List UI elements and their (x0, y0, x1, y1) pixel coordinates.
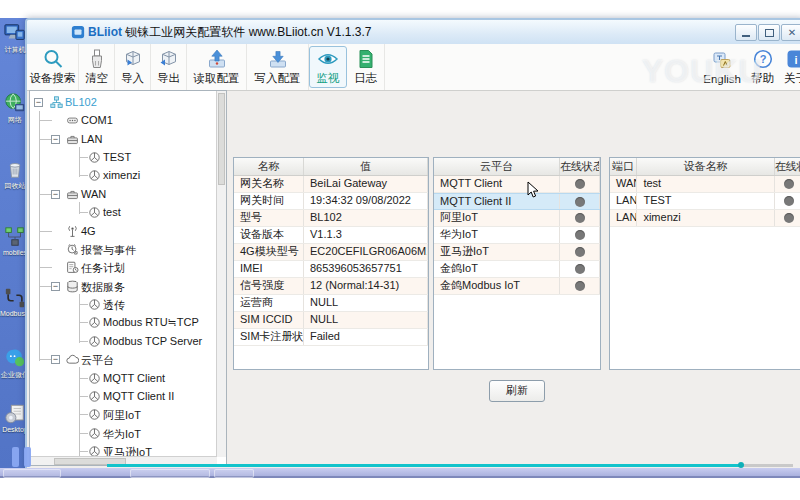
toolbar-button-import[interactable]: 导入 (115, 44, 151, 90)
tree-item-com1[interactable]: COM1 (30, 112, 216, 130)
video-progress-played[interactable] (107, 464, 742, 467)
taskbar-button[interactable] (214, 469, 254, 478)
tree-item--[interactable]: 报警与事件 (30, 241, 216, 259)
table-row[interactable]: 金鸽IoT (434, 261, 600, 278)
cell-name: 型号 (234, 210, 304, 226)
toolbar-button-log[interactable]: 日志 (347, 44, 385, 90)
title-bar[interactable]: BLiiot 钡铼工业网关配置软件 www.BLiiot.cn V1.1.3.7… (27, 20, 800, 45)
toolbar-button-device-search[interactable]: 设备搜索 (27, 44, 79, 90)
tree-item-test[interactable]: test (30, 204, 216, 222)
toolbar-button-about[interactable]: i关于 (779, 44, 800, 90)
column-header[interactable]: 端口 (610, 158, 637, 175)
cloud-platform-table: 云平台在线状态MQTT ClientMQTT Client II阿里IoT华为I… (433, 157, 601, 370)
tree-item--iot[interactable]: 华为IoT (30, 425, 216, 443)
search-icon (42, 48, 64, 70)
taskbar-button[interactable] (130, 469, 210, 478)
tree-item-4g[interactable]: 4G (30, 223, 216, 241)
tree-item--iot[interactable]: 阿里IoT (30, 406, 216, 424)
node-icon (88, 316, 101, 329)
tree-item-ximenzi[interactable]: ximenzi (30, 167, 216, 185)
task-icon (66, 261, 79, 274)
toolbar-button-export[interactable]: 导出 (151, 44, 187, 90)
tree-item-modbus-rtu-tcp[interactable]: Modbus RTU≒TCP (30, 314, 216, 332)
tree-connector (39, 231, 52, 232)
table-row[interactable]: 运营商NULL (234, 295, 428, 312)
refresh-button[interactable]: 刷新 (489, 380, 545, 402)
app-icon (71, 25, 85, 39)
table-row[interactable]: 华为IoT (434, 227, 600, 244)
mouse-cursor (527, 181, 541, 202)
cell-online-status (560, 210, 600, 226)
toolbar-button-label: 日志 (354, 71, 377, 86)
column-header[interactable]: 在线状态 (560, 158, 600, 175)
column-header[interactable]: 在线状态 (775, 158, 800, 175)
table-row[interactable]: MQTT Client II (434, 193, 600, 210)
tree-item-label: 数据服务 (81, 280, 125, 295)
cell-name: 信号强度 (234, 278, 304, 294)
table-row[interactable]: 网关名称BeiLai Gateway (234, 176, 428, 193)
tree-item-label: WAN (81, 188, 106, 200)
tree-item--[interactable]: −数据服务 (30, 278, 216, 296)
video-pause-button[interactable] (12, 447, 31, 467)
tree-item-mqtt-client[interactable]: MQTT Client (30, 370, 216, 388)
cell-value: BeiLai Gateway (304, 176, 428, 192)
tree-item--[interactable]: 透传 (30, 296, 216, 314)
tree-expander-icon[interactable]: − (51, 190, 60, 199)
toolbar-button-read-config[interactable]: 读取配置 (187, 44, 247, 90)
about-icon: i (785, 48, 800, 70)
tree-item-bl102[interactable]: −BL102 (30, 94, 216, 112)
case-icon (66, 188, 79, 201)
column-header[interactable]: 值 (304, 158, 428, 175)
close-button[interactable]: ✕ (781, 24, 800, 41)
tree-expander-icon[interactable]: − (34, 98, 43, 107)
table-row[interactable]: LANximenzi (610, 210, 800, 227)
tree-item--[interactable]: −云平台 (30, 351, 216, 369)
node-icon (88, 372, 101, 385)
table-row[interactable]: 阿里IoT (434, 210, 600, 227)
tree-item-label: BL102 (65, 96, 97, 108)
tree-item-label: Modbus TCP Server (103, 335, 202, 347)
tree-item-test[interactable]: TEST (30, 149, 216, 167)
table-row[interactable]: 亚马逊IoT (434, 244, 600, 261)
maximize-button[interactable] (758, 24, 780, 41)
table-row[interactable]: 金鸽Modbus IoT (434, 278, 600, 295)
table-row[interactable]: 4G模块型号EC20CEFILGR06A06M1G (234, 244, 428, 261)
tree-item-wan[interactable]: −WAN (30, 186, 216, 204)
table-row[interactable]: 设备版本V1.1.3 (234, 227, 428, 244)
table-row[interactable]: SIM ICCIDNULL (234, 312, 428, 329)
toolbar-button-monitor[interactable]: 监视 (309, 46, 347, 88)
table-row[interactable]: SIM卡注册状态Failed (234, 329, 428, 346)
table-row[interactable]: 网关时间19:34:32 09/08/2022 (234, 193, 428, 210)
tree-expander-icon[interactable]: − (51, 282, 60, 291)
minimize-button[interactable] (735, 24, 757, 41)
tree-item-mqtt-client-ii[interactable]: MQTT Client II (30, 388, 216, 406)
cell-online-status (560, 194, 600, 209)
cell-name: SIM ICCID (234, 312, 304, 328)
toolbar-button-clear[interactable]: 清空 (79, 44, 115, 90)
video-progress-remaining[interactable] (742, 464, 793, 467)
table-row[interactable]: LANTEST (610, 193, 800, 210)
table-row[interactable]: MQTT Client (434, 176, 600, 193)
tree-item--[interactable]: 任务计划 (30, 259, 216, 277)
tree-item-modbus-tcp-server[interactable]: Modbus TCP Server (30, 333, 216, 351)
column-header[interactable]: 设备名称 (637, 158, 774, 175)
table-row[interactable]: IMEI865396053657751 (234, 261, 428, 278)
table-row[interactable]: WANtest (610, 176, 800, 193)
tree-expander-icon[interactable]: − (51, 135, 60, 144)
desktop-icon-my-computer[interactable]: 计算机 (0, 22, 30, 55)
table-row[interactable]: 型号BL102 (234, 210, 428, 227)
tree-expander-icon[interactable]: − (51, 355, 60, 364)
toolbar-button-write-config[interactable]: 写入配置 (247, 44, 309, 90)
node-icon (88, 206, 101, 219)
tree-vertical-scrollbar[interactable] (216, 91, 226, 457)
taskbar-button[interactable] (3, 469, 61, 478)
cell-online-status (560, 244, 600, 260)
tree-vscroll-thumb[interactable] (218, 93, 225, 185)
column-header[interactable]: 名称 (234, 158, 304, 175)
bin-icon (4, 158, 26, 180)
tree-item-label: 云平台 (81, 353, 114, 368)
tree-item-lan[interactable]: −LAN (30, 131, 216, 149)
column-header[interactable]: 云平台 (434, 158, 560, 175)
table-row[interactable]: 信号强度12 (Normal:14-31) (234, 278, 428, 295)
video-progress-knob[interactable] (738, 462, 744, 468)
